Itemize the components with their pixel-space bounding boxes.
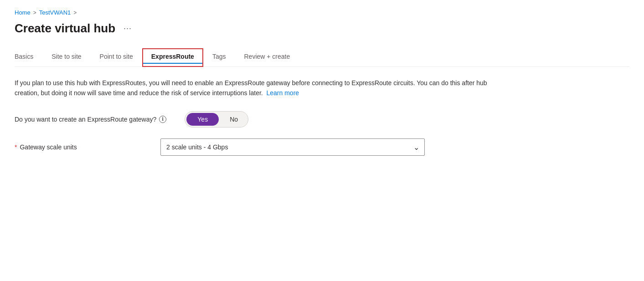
breadcrumb-sep2: > bbox=[73, 10, 77, 16]
page-title-row: Create virtual hub ··· bbox=[15, 21, 629, 36]
toggle-no[interactable]: No bbox=[219, 113, 249, 126]
gateway-scale-row: * Gateway scale units 2 scale units - 4 … bbox=[15, 138, 425, 156]
tabs-navigation: Basics Site to site Point to site Expres… bbox=[15, 48, 629, 67]
page-title: Create virtual hub bbox=[15, 21, 115, 36]
tab-basics[interactable]: Basics bbox=[15, 48, 42, 66]
info-icon[interactable]: ℹ bbox=[159, 116, 166, 123]
gateway-scale-label-text: Gateway scale units bbox=[20, 143, 77, 151]
gateway-scale-label: * Gateway scale units bbox=[15, 143, 142, 151]
gateway-question-label: Do you want to create an ExpressRoute ga… bbox=[15, 116, 166, 123]
required-star: * bbox=[15, 143, 17, 151]
tab-expressroute[interactable]: ExpressRoute bbox=[143, 49, 202, 63]
gateway-scale-select-container: 2 scale units - 4 Gbps 1 scale unit - 2 … bbox=[160, 138, 425, 156]
gateway-question-text: Do you want to create an ExpressRoute ga… bbox=[15, 116, 156, 123]
toggle-yes[interactable]: Yes bbox=[186, 113, 219, 126]
breadcrumb-resource[interactable]: TestVWAN1 bbox=[39, 9, 71, 16]
breadcrumb-sep1: > bbox=[33, 10, 36, 16]
gateway-toggle-row: Do you want to create an ExpressRoute ga… bbox=[15, 111, 425, 128]
gateway-scale-select[interactable]: 2 scale units - 4 Gbps 1 scale unit - 2 … bbox=[160, 138, 425, 156]
tab-active-underline bbox=[143, 63, 202, 64]
tab-tags[interactable]: Tags bbox=[203, 48, 235, 66]
learn-more-link[interactable]: Learn more bbox=[267, 89, 299, 97]
tab-point-to-site[interactable]: Point to site bbox=[91, 48, 142, 66]
tab-site-to-site[interactable]: Site to site bbox=[42, 48, 90, 66]
breadcrumb-home[interactable]: Home bbox=[15, 9, 31, 16]
form-section: Do you want to create an ExpressRoute ga… bbox=[15, 111, 425, 156]
tab-review-create[interactable]: Review + create bbox=[235, 48, 299, 66]
ellipsis-button[interactable]: ··· bbox=[121, 23, 134, 34]
description-text: If you plan to use this hub with Express… bbox=[15, 78, 493, 98]
tab-expressroute-wrapper[interactable]: ExpressRoute bbox=[142, 48, 203, 67]
breadcrumb: Home > TestVWAN1 > bbox=[15, 9, 629, 16]
description-body: If you plan to use this hub with Express… bbox=[15, 79, 487, 97]
gateway-toggle[interactable]: Yes No bbox=[185, 111, 248, 128]
